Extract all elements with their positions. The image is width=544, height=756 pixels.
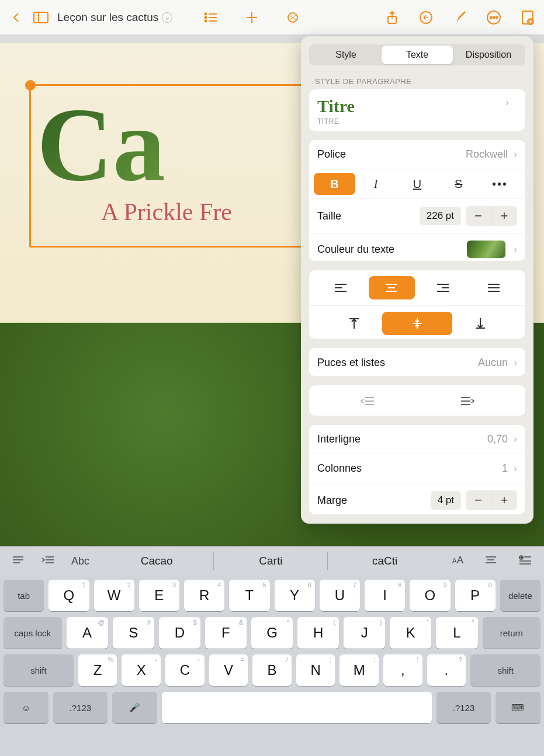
key-,[interactable]: !, xyxy=(383,654,422,686)
text-color-swatch[interactable] xyxy=(467,241,505,258)
outdent-button[interactable] xyxy=(317,390,417,412)
key-u[interactable]: 7U xyxy=(320,580,360,611)
key-g[interactable]: *G xyxy=(251,617,293,649)
suggestion-2[interactable]: Carti xyxy=(214,552,328,570)
align-justify-button[interactable] xyxy=(471,276,518,299)
key-l[interactable]: "L xyxy=(436,617,477,649)
undo-icon[interactable] xyxy=(418,9,434,26)
key-numbers-right[interactable]: .?123 xyxy=(436,692,491,723)
key-h[interactable]: (H xyxy=(297,617,339,649)
key-return[interactable]: return xyxy=(483,617,541,649)
align-right-button[interactable] xyxy=(420,276,466,299)
svg-point-2 xyxy=(205,13,207,15)
list-icon[interactable] xyxy=(203,9,219,26)
more-icon[interactable] xyxy=(486,9,502,26)
key-d[interactable]: $D xyxy=(159,617,200,649)
align-center-button[interactable] xyxy=(369,276,415,299)
columns-row[interactable]: Colonnes 1 › xyxy=(309,454,525,483)
back-icon[interactable] xyxy=(8,9,25,26)
valign-bottom-button[interactable] xyxy=(457,312,504,335)
key-numbers-left[interactable]: .?123 xyxy=(53,692,108,723)
key-mic[interactable]: 🎤 xyxy=(112,692,157,723)
bullets-row[interactable]: Puces et listes Aucun › xyxy=(309,348,525,376)
suggestion-3[interactable]: caCti xyxy=(328,552,441,570)
key-emoji[interactable]: ☺ xyxy=(4,692,48,723)
tab-layout[interactable]: Disposition xyxy=(453,46,524,64)
key-w[interactable]: 2W xyxy=(94,580,134,611)
text-color-row[interactable]: Couleur du texte › xyxy=(309,234,525,261)
document-title[interactable]: Leçon sur les cactus ⌄ xyxy=(57,11,172,24)
key-t[interactable]: 5T xyxy=(229,580,269,611)
line-spacing-row[interactable]: Interligne 0,70 › xyxy=(309,425,525,454)
key-q[interactable]: 1Q xyxy=(48,580,89,611)
indent-button[interactable] xyxy=(417,390,517,412)
effects-icon[interactable] xyxy=(285,9,301,26)
key-n[interactable]: ;N xyxy=(296,654,335,686)
chevron-right-icon: › xyxy=(505,96,509,109)
paragraph-style-row[interactable]: Titre TITRE › xyxy=(309,89,525,131)
svg-point-6 xyxy=(205,20,207,22)
svg-point-4 xyxy=(205,16,207,18)
key-.[interactable]: ?. xyxy=(427,654,466,686)
key-delete[interactable]: delete xyxy=(500,580,540,611)
underline-button[interactable]: U xyxy=(397,173,438,195)
size-value[interactable]: 226 pt xyxy=(420,207,461,225)
key-j[interactable]: )J xyxy=(344,617,385,649)
margin-decrease-button[interactable]: − xyxy=(466,490,491,510)
key-k[interactable]: 'K xyxy=(390,617,431,649)
size-decrease-button[interactable]: − xyxy=(466,206,491,226)
key-e[interactable]: 3E xyxy=(139,580,179,611)
suggestion-1[interactable]: Cacao xyxy=(100,552,214,570)
key-r[interactable]: 4R xyxy=(184,580,224,611)
size-increase-button[interactable]: + xyxy=(491,206,517,226)
abc-label[interactable]: Abc xyxy=(65,555,95,567)
key-c[interactable]: +C xyxy=(165,654,205,686)
key-x[interactable]: -X xyxy=(122,654,161,686)
selection-handle[interactable] xyxy=(25,80,36,90)
key-s[interactable]: #S xyxy=(113,617,154,649)
strikethrough-button[interactable]: S xyxy=(438,173,479,195)
add-icon[interactable] xyxy=(244,9,260,26)
more-format-button[interactable]: ••• xyxy=(479,173,521,195)
key-z[interactable]: %Z xyxy=(78,654,117,686)
key-v[interactable]: =V xyxy=(209,654,248,686)
key-shift-right[interactable]: shift xyxy=(470,654,540,686)
align-icon[interactable] xyxy=(479,555,503,568)
margin-increase-button[interactable]: + xyxy=(491,490,517,510)
tab-style[interactable]: Style xyxy=(310,46,382,64)
columns-value: 1 xyxy=(502,462,508,475)
key-a[interactable]: @A xyxy=(67,617,108,649)
format-list-icon[interactable] xyxy=(6,555,30,568)
sidebar-icon[interactable] xyxy=(33,9,49,26)
key-dismiss[interactable]: ⌨ xyxy=(496,692,540,723)
key-p[interactable]: 0P xyxy=(455,580,496,611)
valign-middle-button[interactable] xyxy=(382,312,452,335)
key-b[interactable]: /B xyxy=(252,654,292,686)
chevron-right-icon: › xyxy=(514,148,517,161)
key-space[interactable] xyxy=(162,692,432,723)
bullets-label: Puces et listes xyxy=(317,357,478,369)
text-size-icon[interactable]: AA xyxy=(446,555,469,568)
margin-value[interactable]: 4 pt xyxy=(431,491,461,510)
key-capslock[interactable]: caps lock xyxy=(4,617,62,649)
italic-button[interactable]: I xyxy=(355,173,397,195)
document-settings-icon[interactable] xyxy=(519,9,536,26)
key-tab[interactable]: tab xyxy=(4,580,44,611)
key-f[interactable]: &F xyxy=(205,617,247,649)
chevron-right-icon: › xyxy=(514,462,517,475)
chevron-down-icon[interactable]: ⌄ xyxy=(162,12,172,23)
font-row[interactable]: Police Rockwell › xyxy=(309,140,525,169)
align-left-button[interactable] xyxy=(317,276,364,299)
key-y[interactable]: 6Y xyxy=(275,580,315,611)
tab-text[interactable]: Texte xyxy=(382,46,453,64)
key-shift-left[interactable]: shift xyxy=(4,654,74,686)
key-o[interactable]: 9O xyxy=(410,580,450,611)
share-icon[interactable] xyxy=(384,9,400,26)
key-m[interactable]: :M xyxy=(339,654,379,686)
valign-top-button[interactable] xyxy=(331,312,377,335)
insert-icon[interactable] xyxy=(512,555,538,568)
bold-button[interactable]: B xyxy=(314,173,355,195)
format-brush-icon[interactable] xyxy=(452,9,468,26)
indent-icon[interactable] xyxy=(35,555,61,568)
key-i[interactable]: 8I xyxy=(365,580,405,611)
